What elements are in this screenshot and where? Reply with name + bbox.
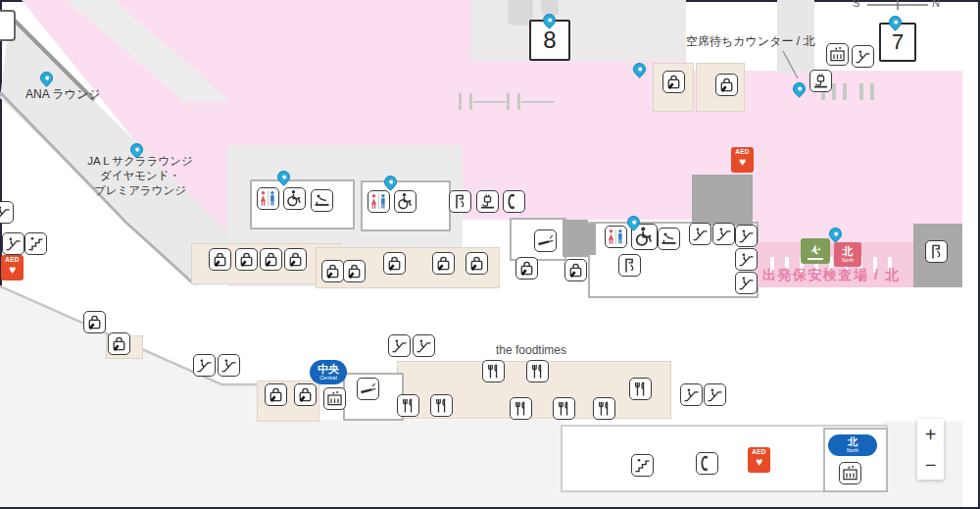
clipped-icon-box — [0, 10, 16, 41]
restroom-icon[interactable] — [605, 226, 627, 248]
escalator-icon[interactable] — [689, 223, 711, 245]
restaurant-icon[interactable] — [629, 378, 652, 400]
map-zoom-control: + − — [917, 419, 944, 480]
tick-mark — [832, 83, 836, 100]
service-block — [563, 220, 588, 257]
shop-icon[interactable] — [466, 252, 488, 275]
shop-icon[interactable] — [432, 252, 455, 275]
shop-icon[interactable] — [321, 260, 344, 282]
escalator-icon[interactable] — [735, 248, 758, 271]
tick-mark — [859, 83, 863, 100]
restaurant-icon[interactable] — [526, 360, 549, 382]
shop-icon[interactable] — [715, 74, 738, 96]
foodtimes-label: the foodtimes — [496, 343, 566, 357]
restaurant-icon[interactable] — [482, 360, 505, 382]
tick-mark — [469, 93, 472, 110]
restroom-icon[interactable] — [368, 190, 390, 213]
fountain-icon[interactable] — [449, 190, 471, 213]
escalator-icon[interactable] — [735, 225, 758, 247]
shop-icon[interactable] — [294, 383, 317, 406]
wall-block — [588, 224, 596, 255]
phone-icon[interactable] — [696, 452, 718, 475]
gate8-block — [470, 0, 686, 61]
aed-icon[interactable]: AED♥ — [1, 255, 24, 280]
smoking-icon[interactable] — [534, 229, 557, 252]
north-security-badge[interactable]: 北 North — [834, 242, 861, 267]
escalator-icon[interactable] — [712, 223, 735, 245]
aed-icon[interactable]: AED♥ — [731, 147, 754, 173]
restaurant-icon[interactable] — [593, 397, 615, 420]
restaurant-icon[interactable] — [430, 394, 453, 417]
fountain-icon[interactable] — [925, 240, 948, 263]
elevator-icon[interactable] — [839, 462, 861, 484]
restaurant-icon[interactable] — [553, 397, 575, 420]
elevator-icon[interactable] — [323, 387, 346, 410]
fountain-icon[interactable] — [618, 254, 641, 277]
security-gate-icon[interactable]: ✈ — [801, 238, 830, 264]
shop-icon[interactable] — [662, 71, 685, 93]
smoking-icon[interactable] — [357, 378, 379, 400]
compass-north-label: N — [932, 0, 940, 9]
airport-floor-map: ANA ラウンジ JA L サクララウンジ ダイヤモンド・ プレミアラウンジ 空… — [0, 0, 980, 509]
tick-mark — [843, 83, 847, 100]
escalator-icon[interactable] — [2, 232, 24, 255]
shop-icon[interactable] — [235, 248, 258, 271]
north-badge[interactable]: 北 North — [828, 434, 877, 456]
escalator-icon[interactable] — [218, 354, 240, 377]
wheelchair-icon[interactable] — [394, 190, 416, 213]
tick-mark — [459, 93, 462, 110]
baby-icon[interactable] — [658, 228, 680, 250]
central-badge[interactable]: 中央 Central — [310, 360, 347, 384]
tick-mark — [521, 101, 554, 103]
shop-icon[interactable] — [265, 383, 287, 406]
escalator-icon[interactable] — [193, 354, 216, 377]
power-icon[interactable] — [809, 70, 832, 92]
shop-icon[interactable] — [564, 259, 587, 281]
tick-mark — [517, 93, 520, 110]
shop-icon[interactable] — [108, 332, 130, 355]
zoom-out-button[interactable]: − — [917, 455, 944, 475]
escalator-icon[interactable] — [704, 383, 726, 406]
baby-icon[interactable] — [311, 189, 333, 212]
stairs-icon[interactable] — [631, 454, 654, 477]
restroom-icon[interactable] — [257, 187, 279, 210]
shop-icon[interactable] — [515, 257, 538, 280]
security-checkpoint-label: 出発保安検査場 / 北 — [762, 267, 900, 284]
shop-icon[interactable] — [260, 248, 282, 271]
aed-icon[interactable]: AED♥ — [748, 447, 770, 473]
restaurant-icon[interactable] — [510, 397, 532, 420]
shop-icon[interactable] — [343, 260, 366, 282]
phone-icon[interactable] — [503, 190, 525, 213]
shop-icon[interactable] — [383, 252, 406, 275]
tick-mark — [507, 93, 510, 110]
restaurant-icon[interactable] — [397, 394, 419, 417]
escalator-icon[interactable] — [680, 383, 703, 406]
tick-mark — [870, 83, 874, 100]
zoom-in-button[interactable]: + — [917, 425, 944, 444]
power-icon[interactable] — [476, 190, 499, 213]
service-block-2 — [692, 175, 753, 226]
escalator-icon[interactable] — [0, 201, 14, 224]
escalator-icon[interactable] — [735, 272, 758, 294]
escalator-icon[interactable] — [388, 334, 411, 357]
shop-icon[interactable] — [83, 311, 106, 333]
escalator-icon[interactable] — [413, 334, 435, 357]
tick-mark — [473, 101, 506, 103]
ana-lounge-label: ANA ラウンジ — [25, 86, 100, 103]
escalator-icon[interactable] — [852, 45, 874, 68]
wheelchair-icon[interactable] — [283, 187, 306, 210]
shop-icon[interactable] — [209, 248, 231, 271]
compass-south-label: S — [853, 0, 859, 9]
stairs-icon[interactable] — [24, 232, 47, 255]
standby-counter-label: 空席待ちカウンター / 北 — [686, 33, 814, 50]
jal-lounge-label: JA L サクララウンジ ダイヤモンド・ プレミアラウンジ — [86, 154, 194, 198]
elevator-icon[interactable] — [826, 43, 849, 66]
shop-icon[interactable] — [284, 248, 307, 271]
